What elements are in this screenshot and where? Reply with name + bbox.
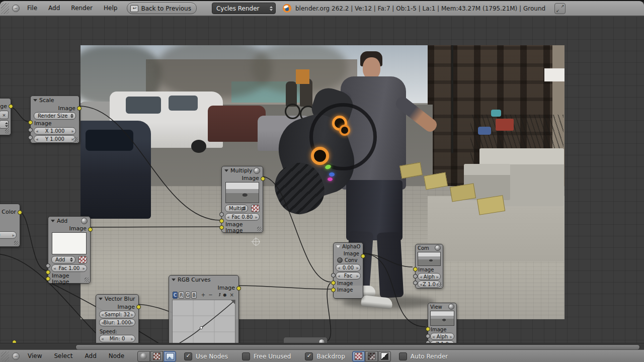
horizontal-scrollbar[interactable] <box>0 343 644 350</box>
node-vector-blur[interactable]: Vector Blur Image Sampl: 32 Blur: 1.000 … <box>96 294 139 350</box>
menu-item-select[interactable]: Select <box>48 350 78 362</box>
viewer-alpha-slider[interactable]: Alph <box>430 333 454 340</box>
scale-space-dropdown[interactable]: Render Size <box>34 112 76 120</box>
menu-item-add[interactable]: Add <box>79 350 103 362</box>
node-collapse-icon[interactable] <box>33 99 37 102</box>
node-resize-grip[interactable] <box>73 137 78 142</box>
composite-alpha-slider[interactable]: Alph <box>418 273 441 280</box>
viewer-alpha-socket[interactable] <box>426 334 430 338</box>
alphaover-fac-slider[interactable]: Fac <box>336 272 361 280</box>
node-image-partial[interactable]: ge × <box>0 98 11 135</box>
multiply-output-socket[interactable] <box>261 176 265 181</box>
backdrop-toggle[interactable]: ✓ Backdrop <box>305 352 345 360</box>
render-engine-select[interactable]: Cycles Render <box>212 3 276 14</box>
add-input2-socket[interactable] <box>46 277 50 281</box>
stepper-arrows-icon[interactable] <box>270 6 273 11</box>
color-output-socket[interactable] <box>18 210 22 215</box>
node-resize-grip[interactable] <box>14 241 19 245</box>
multiply-input1-socket[interactable] <box>219 219 224 223</box>
add-output-socket[interactable] <box>88 227 93 232</box>
vblur-samples-slider[interactable]: Sampl: 32 <box>99 311 135 318</box>
fullscreen-toggle-button[interactable]: ↗ ↙ <box>554 3 566 14</box>
backdrop-color-alpha-button[interactable] <box>365 351 378 362</box>
curves-output-socket[interactable] <box>236 286 241 291</box>
backdrop-alpha-button[interactable] <box>378 351 391 362</box>
node-rgb-curves[interactable]: RGB Curves Image C R G B + − ● × <box>169 275 239 350</box>
alphaover-premul-slider[interactable]: 0.00 <box>336 264 361 272</box>
free-unused-checkbox[interactable]: ✓ <box>242 352 250 360</box>
window-corner-grip-icon[interactable] <box>1 3 9 14</box>
node-resize-grip[interactable] <box>85 278 89 282</box>
scale-x-socket[interactable] <box>28 128 33 132</box>
curve-zoom-in-icon[interactable]: + <box>200 292 206 298</box>
channel-b-button[interactable]: B <box>191 292 196 299</box>
menu-item-render[interactable]: Render <box>65 2 98 15</box>
viewer-input-socket[interactable] <box>426 327 430 331</box>
curve-zoom-out-icon[interactable]: − <box>207 292 213 298</box>
vblur-blur-slider[interactable]: Blur: 1.000 <box>99 319 135 326</box>
node-multiply[interactable]: Multiply Image Multipl Fac 0.80 Image Im… <box>221 166 263 233</box>
image-output-socket[interactable] <box>9 104 13 109</box>
menu-item-help[interactable]: Help <box>98 2 123 15</box>
node-resize-grip[interactable] <box>257 227 262 231</box>
auto-render-checkbox[interactable]: ✓ <box>399 352 407 360</box>
vblur-output-socket[interactable] <box>136 305 141 309</box>
node-add[interactable]: Add Image Add Fac 1.00 Image Image <box>48 216 91 284</box>
composite-alpha-socket[interactable] <box>413 274 418 279</box>
x-button[interactable]: × <box>0 111 9 119</box>
window-corner-grip-icon[interactable] <box>1 351 9 361</box>
channel-g-button[interactable]: G <box>185 292 190 299</box>
alphaover-input1-socket[interactable] <box>331 281 336 285</box>
alphaover-fac-socket[interactable] <box>331 273 336 278</box>
convert-premul-checkbox[interactable] <box>337 257 343 263</box>
node-composite[interactable]: Com Image Alph Z 1.0 <box>415 244 443 289</box>
node-resize-grip[interactable] <box>437 283 442 287</box>
node-collapse-icon[interactable] <box>99 298 103 300</box>
use-nodes-checkbox[interactable]: ✓ <box>184 352 192 360</box>
scale-x-slider[interactable]: X 1.000 <box>34 127 76 135</box>
curve-widget[interactable] <box>172 300 235 348</box>
node-preview-sphere-icon[interactable] <box>448 304 454 310</box>
node-preview-sphere-icon[interactable] <box>435 245 441 251</box>
back-to-previous-button[interactable]: ↩ Back to Previous <box>127 3 197 14</box>
scale-output-socket[interactable] <box>77 106 82 111</box>
color-value-slider[interactable]: 000 <box>0 231 17 239</box>
add-fac-socket[interactable] <box>46 263 50 268</box>
alphaover-output-socket[interactable] <box>361 254 365 258</box>
stepper-button[interactable] <box>0 120 9 129</box>
node-scale[interactable]: Scale Image Render Size Image X 1.000 Y … <box>30 96 79 143</box>
node-color-partial[interactable]: Color 000 <box>0 204 20 247</box>
multiply-input2-socket[interactable] <box>219 225 224 230</box>
node-preview-sphere-icon[interactable] <box>254 167 260 174</box>
multiply-blend-dropdown[interactable]: Multipl <box>225 205 248 212</box>
menu-item-add[interactable]: Add <box>43 2 65 15</box>
curve-delete-icon[interactable]: × <box>229 292 235 298</box>
add-fac-slider[interactable]: Fac 1.00 <box>51 264 87 272</box>
add-blend-dropdown[interactable]: Add <box>51 256 75 263</box>
shader-nodes-button[interactable] <box>137 351 150 362</box>
curve-tools-wrench-icon[interactable] <box>217 293 221 297</box>
alphaover-input2-socket[interactable] <box>331 288 336 292</box>
curve-point-icon[interactable]: ● <box>222 292 228 298</box>
scale-y-socket[interactable] <box>28 135 33 140</box>
composite-input-socket[interactable] <box>413 267 418 272</box>
node-collapse-icon[interactable] <box>172 279 176 281</box>
compositing-nodes-button[interactable] <box>164 351 176 362</box>
scale-y-slider[interactable]: Y 1.000 <box>34 135 76 143</box>
node-preview-sphere-icon[interactable] <box>81 218 88 224</box>
node-editor-canvas[interactable]: ge × Scale Image Render Size Image X 1.0… <box>0 16 644 350</box>
collapse-menu-icon[interactable]: − <box>12 5 20 12</box>
node-collapse-icon[interactable] <box>51 220 55 222</box>
multiply-fac-slider[interactable]: Fac 0.80 <box>225 213 260 221</box>
free-unused-toggle[interactable]: ✓ Free Unused <box>242 352 291 360</box>
composite-z-socket[interactable] <box>413 281 418 285</box>
use-nodes-toggle[interactable]: ✓ Use Nodes <box>184 352 228 360</box>
texture-nodes-button[interactable] <box>150 351 163 362</box>
collapse-menu-icon[interactable]: − <box>12 352 20 360</box>
scale-input-socket[interactable] <box>28 120 33 125</box>
backdrop-color-button[interactable] <box>352 351 365 362</box>
node-resize-grip[interactable] <box>5 129 10 134</box>
node-collapse-icon[interactable] <box>336 245 340 248</box>
add-input1-socket[interactable] <box>46 270 50 275</box>
backdrop-checkbox[interactable]: ✓ <box>305 352 313 360</box>
